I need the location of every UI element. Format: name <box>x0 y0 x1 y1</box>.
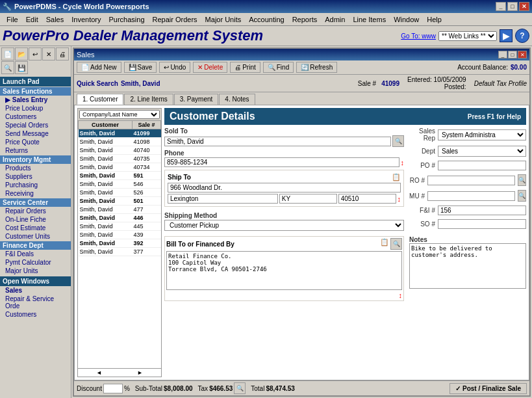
sidebar-item-customers-window[interactable]: Customers <box>0 310 71 319</box>
arrow-button[interactable]: ▶ <box>500 29 513 42</box>
po-input[interactable] <box>438 161 526 170</box>
sales-maximize-btn[interactable]: □ <box>508 51 517 59</box>
tab-notes[interactable]: 4. Notes <box>219 94 255 105</box>
minimize-button[interactable]: _ <box>496 2 506 11</box>
tab-line-items[interactable]: 2. Line Items <box>124 94 173 105</box>
ship-to-copy-icon[interactable]: 📋 <box>392 173 401 181</box>
customer-table-row[interactable]: Smith, David526 <box>79 189 161 197</box>
scroll-right-btn[interactable]: ► <box>120 369 160 376</box>
customer-table-row[interactable]: Smith, David501 <box>79 197 161 206</box>
bill-to-resize[interactable]: ↕ <box>166 291 402 299</box>
menu-major-units[interactable]: Major Units <box>201 14 246 25</box>
scroll-left-btn[interactable]: ◄ <box>79 369 120 376</box>
ro-input[interactable] <box>427 176 515 185</box>
menu-window[interactable]: Window <box>390 14 423 25</box>
delete-button[interactable]: ✕ Delete <box>193 62 227 73</box>
customer-table-row[interactable]: Smith, David40734 <box>79 163 161 172</box>
menu-inventory[interactable]: Inventory <box>68 14 105 25</box>
open-icon[interactable]: 📂 <box>15 47 28 60</box>
goto-link[interactable]: Go To: www <box>401 33 436 40</box>
sidebar-item-customers[interactable]: Customers <box>0 113 71 121</box>
sold-to-input[interactable] <box>164 137 391 146</box>
zip-resize-icon[interactable]: ↕ <box>398 195 401 203</box>
sidebar-item-repair-service[interactable]: Repair & Service Orde <box>0 295 71 310</box>
bill-to-textarea[interactable]: Retail Finance Co. 100 Capitol Way Torra… <box>166 251 402 290</box>
sidebar-item-repair-orders[interactable]: Repair Orders <box>0 207 71 215</box>
mu-search-btn[interactable]: 🔍 <box>518 190 526 202</box>
sales-close-btn[interactable]: ✕ <box>518 51 527 59</box>
menu-purchasing[interactable]: Purchasing <box>105 14 148 25</box>
customer-table-row[interactable]: Smith, David40740 <box>79 146 161 155</box>
customer-table-row[interactable]: Smith, David546 <box>79 180 161 189</box>
sales-minimize-btn[interactable]: _ <box>498 51 507 59</box>
find-button[interactable]: 🔍 Find <box>263 62 294 73</box>
menu-sales[interactable]: Sales <box>42 14 68 25</box>
search-small-icon[interactable]: 🔍 <box>1 61 14 74</box>
undo-icon[interactable]: ↩ <box>29 47 42 60</box>
sold-to-search-btn[interactable]: 🔍 <box>392 135 404 147</box>
menu-file[interactable]: File <box>3 14 22 25</box>
sidebar-item-suppliers[interactable]: Suppliers <box>0 172 71 181</box>
so-input[interactable] <box>438 219 526 229</box>
help-button[interactable]: ? <box>515 29 529 43</box>
weblinks-dropdown[interactable]: ** Web Links ** <box>438 31 497 41</box>
shipping-method-dropdown[interactable]: Customer Pickup <box>164 220 404 231</box>
new-icon[interactable]: 📄 <box>1 47 14 60</box>
sales-rep-dropdown[interactable]: System Administra <box>438 129 526 140</box>
bill-to-search-btn[interactable]: 🔍 <box>390 238 402 250</box>
customer-table-row[interactable]: Smith, David377 <box>79 248 161 256</box>
sidebar-item-pymt-calculator[interactable]: Pymt Calculator <box>0 258 71 267</box>
sidebar-item-sales-entry[interactable]: ▶ Sales Entry <box>0 96 71 104</box>
menu-repair-orders[interactable]: Repair Orders <box>149 14 201 25</box>
menu-help[interactable]: Help <box>423 14 446 25</box>
phone-resize-icon[interactable]: ↕ <box>401 159 405 166</box>
sidebar-item-customer-units[interactable]: Customer Units <box>0 232 71 241</box>
sidebar-item-returns[interactable]: Returns <box>0 146 71 155</box>
bill-to-copy-icon[interactable]: 📋 <box>380 238 389 250</box>
tab-payment[interactable]: 3. Payment <box>174 94 219 105</box>
customer-table-row[interactable]: Smith, David392 <box>79 239 161 248</box>
sidebar-item-fai-deals[interactable]: F&I Deals <box>0 250 71 258</box>
save-small-icon[interactable]: 💾 <box>15 61 28 74</box>
sidebar-item-products[interactable]: Products <box>0 164 71 172</box>
menu-accounting[interactable]: Accounting <box>245 14 288 25</box>
menu-line-items[interactable]: Line Items <box>349 14 390 25</box>
customer-table-row[interactable]: Smith, David591 <box>79 172 161 180</box>
customer-table-row[interactable]: Smith, David41098 <box>79 138 161 146</box>
sidebar-item-receiving[interactable]: Receiving <box>0 189 71 198</box>
save-button[interactable]: 💾 Save <box>124 62 157 73</box>
customer-table-row[interactable]: Smith, David41099 <box>79 129 161 138</box>
notes-textarea[interactable]: Bike to be delivered to customer's addre… <box>409 243 526 289</box>
ro-search-btn[interactable]: 🔍 <box>518 174 526 186</box>
menu-admin[interactable]: Admin <box>321 14 349 25</box>
tax-search-btn[interactable]: 🔍 <box>234 382 246 394</box>
sidebar-item-send-message[interactable]: Send Message <box>0 129 71 138</box>
ship-to-state-input[interactable] <box>279 194 337 204</box>
sidebar-item-purchasing[interactable]: Purchasing <box>0 181 71 189</box>
menu-edit[interactable]: Edit <box>22 14 42 25</box>
sidebar-item-sales-window[interactable]: Sales <box>0 286 71 295</box>
sidebar-item-online-fiche[interactable]: On-Line Fiche <box>0 215 71 224</box>
sidebar-item-special-orders[interactable]: Special Orders <box>0 121 71 129</box>
add-new-button[interactable]: 📄 Add New <box>77 62 121 73</box>
ship-to-address-input[interactable] <box>168 183 401 192</box>
customer-table-row[interactable]: Smith, David40735 <box>79 155 161 163</box>
menu-reports[interactable]: Reports <box>288 14 322 25</box>
maximize-button[interactable]: □ <box>507 2 518 11</box>
sidebar-item-major-units[interactable]: Major Units <box>0 267 71 275</box>
mu-input[interactable] <box>427 191 515 201</box>
tab-customer[interactable]: 1. Customer <box>77 94 123 105</box>
phone-input[interactable] <box>164 157 399 167</box>
customer-table-row[interactable]: Smith, David445 <box>79 222 161 231</box>
close-button[interactable]: ✕ <box>519 2 529 11</box>
customer-table-row[interactable]: Smith, David477 <box>79 206 161 214</box>
dept-dropdown[interactable]: Sales <box>438 146 526 157</box>
sidebar-item-price-lookup[interactable]: Price Lookup <box>0 104 71 113</box>
customer-table-row[interactable]: Smith, David446 <box>79 214 161 222</box>
search-type-dropdown[interactable]: Company/Last Name <box>79 110 160 119</box>
print-icon[interactable]: 🖨 <box>56 47 69 60</box>
fai-input[interactable] <box>438 206 526 215</box>
sidebar-item-price-quote[interactable]: Price Quote <box>0 138 71 146</box>
print-button[interactable]: 🖨 Print <box>230 62 260 73</box>
customer-table-row[interactable]: Smith, David439 <box>79 231 161 239</box>
